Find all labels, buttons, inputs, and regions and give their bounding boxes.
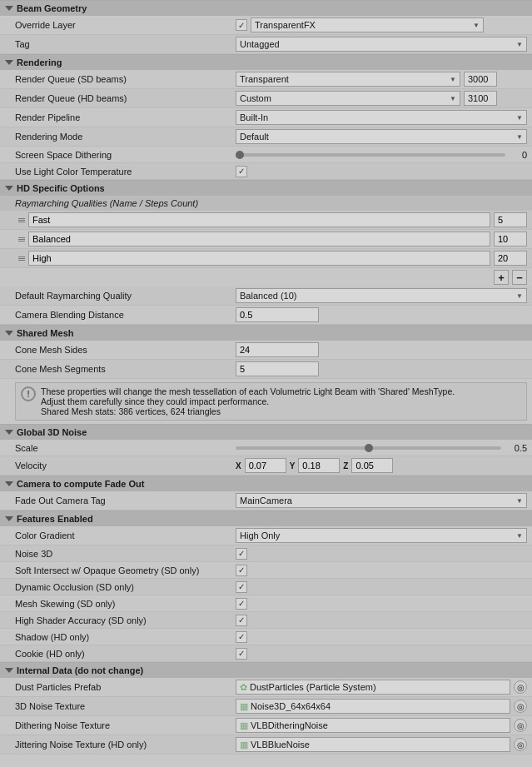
beam-geometry-toggle[interactable] [5,6,13,11]
velocity-label: Velocity [15,461,236,471]
override-layer-check: ✓ [238,21,245,30]
dithering-slider-track[interactable] [236,153,505,157]
quality-balanced-drag[interactable] [15,237,28,242]
cone-sides-input[interactable] [236,342,319,357]
noise-texture-select-btn[interactable]: ◎ [514,700,527,713]
quality-high-name[interactable] [28,251,490,266]
render-pipeline-dropdown[interactable]: Built-In ▼ [236,110,527,125]
noise-texture-value: ▦ Noise3D_64x64x64 ◎ [236,699,527,714]
info-line3: Shared Mesh stats: 386 vertices, 624 tri… [41,406,455,416]
dithering-noise-field: ▦ VLBDitheringNoise [236,718,510,733]
velocity-xyz: X Y Z [236,458,393,473]
global-noise-header[interactable]: Global 3D Noise [0,424,532,440]
color-gradient-row: Color Gradient High Only ▼ [0,526,532,545]
cone-segments-input[interactable] [236,361,319,376]
quality-fast-steps[interactable] [494,212,527,227]
info-line2: Adjust them carefully since they could i… [41,396,455,406]
remove-quality-button[interactable]: − [512,270,527,285]
camera-blend-value [236,307,527,322]
features-header[interactable]: Features Enabled [0,511,532,526]
quality-high-drag[interactable] [15,256,28,261]
velocity-z-label: Z [343,461,348,471]
add-quality-button[interactable]: + [494,270,509,285]
dithering-noise-value: ▦ VLBDitheringNoise ◎ [236,718,527,733]
jittering-noise-field: ▦ VLBBlueNoise [236,737,510,752]
cookie-checkbox[interactable]: ✓ [236,648,247,660]
jittering-noise-name: VLBBlueNoise [251,740,310,750]
tag-dropdown-value: Untagged [240,39,280,49]
camera-fade-toggle[interactable] [5,481,13,486]
render-queue-hd-number[interactable]: 3100 [464,91,497,106]
rendering-mode-dropdown[interactable]: Default ▼ [236,129,527,144]
render-queue-hd-dropdown[interactable]: Custom ▼ [236,91,460,106]
cone-segments-row: Cone Mesh Segments [0,360,532,379]
mesh-skewing-checkbox[interactable]: ✓ [236,598,247,610]
internal-data-title: Internal Data (do not change) [17,665,143,675]
dynamic-occlusion-checkbox[interactable]: ✓ [236,581,247,593]
quality-balanced-name[interactable] [28,232,490,247]
quality-balanced-steps[interactable] [494,232,527,247]
noise-3d-row: Noise 3D ✓ [0,545,532,562]
noise-3d-label: Noise 3D [15,549,236,559]
dithering-noise-row: Dithering Noise Texture ▦ VLBDitheringNo… [0,716,532,735]
fade-out-tag-dropdown[interactable]: MainCamera ▼ [236,493,527,508]
shared-mesh-header[interactable]: Shared Mesh [0,325,532,341]
render-queue-sd-value: Transparent ▼ 3000 [236,72,527,87]
cookie-value: ✓ [236,648,527,660]
fade-out-tag-row: Fade Out Camera Tag MainCamera ▼ [0,491,532,511]
hd-specific-toggle[interactable] [5,186,13,191]
high-shader-checkbox[interactable]: ✓ [236,615,247,626]
camera-fade-title: Camera to compute Fade Out [17,479,144,489]
render-queue-sd-number[interactable]: 3000 [464,72,497,87]
global-noise-toggle[interactable] [5,430,13,435]
default-quality-arrow: ▼ [516,292,523,300]
soft-intersect-checkbox[interactable]: ✓ [236,565,247,576]
override-layer-dropdown[interactable]: TransparentFX ▼ [251,17,484,32]
cone-segments-label: Cone Mesh Segments [15,364,236,374]
features-toggle[interactable] [5,516,13,521]
color-gradient-dropdown[interactable]: High Only ▼ [236,528,527,543]
cone-sides-value [236,342,527,357]
quality-fast-name[interactable] [28,212,490,227]
beam-geometry-header[interactable]: Beam Geometry [0,0,532,16]
noise-scale-track[interactable] [236,446,501,450]
screen-space-dithering-row: Screen Space Dithering 0 [0,147,532,163]
shadow-checkbox[interactable]: ✓ [236,631,247,643]
tag-dropdown[interactable]: Untagged ▼ [236,37,527,52]
quality-high-steps[interactable] [494,251,527,266]
noise-scale-thumb[interactable] [365,444,373,452]
noise-3d-checkbox[interactable]: ✓ [236,548,247,560]
jittering-noise-row: Jittering Noise Texture (HD only) ▦ VLBB… [0,735,532,755]
override-layer-checkbox[interactable]: ✓ [236,19,247,31]
use-light-color-checkbox[interactable]: ✓ [236,166,247,177]
jittering-noise-select-btn[interactable]: ◎ [514,738,527,751]
cookie-label: Cookie (HD only) [15,649,236,659]
rendering-toggle[interactable] [5,60,13,65]
rendering-header[interactable]: Rendering [0,54,532,70]
internal-data-toggle[interactable] [5,668,13,673]
render-queue-sd-dropdown[interactable]: Transparent ▼ [236,72,460,87]
camera-fade-out-section: Camera to compute Fade Out Fade Out Came… [0,476,532,511]
dust-particles-select-btn[interactable]: ◎ [514,680,527,694]
camera-fade-header[interactable]: Camera to compute Fade Out [0,476,532,491]
velocity-x-input[interactable] [245,458,286,473]
dynamic-occlusion-label: Dynamic Occlusion (SD only) [15,582,236,592]
velocity-z-input[interactable] [351,458,393,473]
quality-fast-drag[interactable] [15,218,28,222]
qualities-header-label: Raymarching Qualities (Name / Steps Coun… [15,198,198,208]
default-quality-row: Default Raymarching Quality Balanced (10… [0,286,532,306]
noise-scale-label: Scale [15,443,236,453]
velocity-y-input[interactable] [298,458,340,473]
shared-mesh-toggle[interactable] [5,331,13,336]
hd-specific-header[interactable]: HD Specific Options [0,180,532,196]
rendering-mode-value: Default ▼ [236,129,527,144]
camera-blend-input[interactable] [236,307,319,322]
default-quality-dropdown[interactable]: Balanced (10) ▼ [236,288,527,303]
dithering-slider-thumb[interactable] [236,151,244,159]
internal-data-header[interactable]: Internal Data (do not change) [0,662,532,678]
soft-intersect-value: ✓ [236,565,527,576]
render-queue-hd-row: Render Queue (HD beams) Custom ▼ 3100 [0,89,532,108]
override-layer-dropdown-arrow: ▼ [473,22,480,29]
dithering-noise-select-btn[interactable]: ◎ [514,719,527,732]
render-pipeline-label: Render Pipeline [15,112,236,122]
